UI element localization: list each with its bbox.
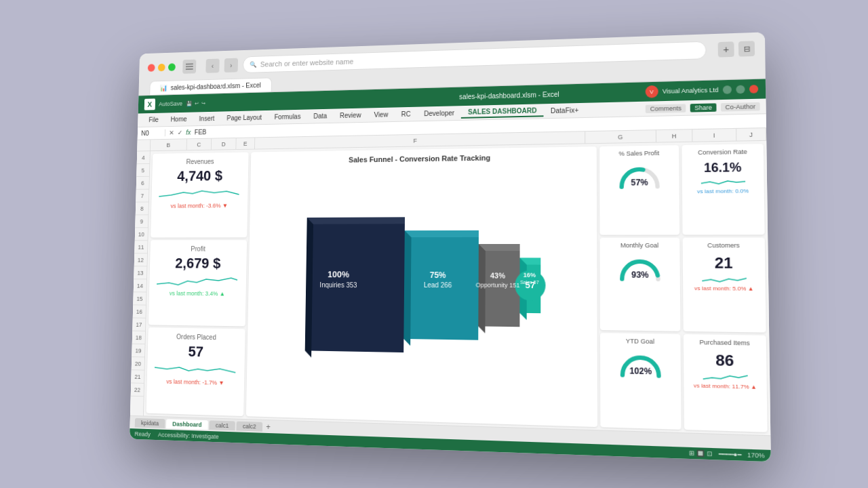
row-header-16: 16: [133, 305, 146, 318]
ribbon-tab-datafix[interactable]: DataFix+: [544, 105, 586, 116]
funnel-stage-3-side: [478, 243, 486, 333]
row-header-20: 20: [132, 357, 144, 371]
sidebar-toggle-icon[interactable]: [182, 60, 196, 74]
sheet-tab-calc2[interactable]: calc2: [236, 421, 262, 431]
ribbon-tab-review[interactable]: Review: [334, 110, 368, 121]
svg-rect-0: [186, 63, 193, 64]
metric-sales-profit: % Sales Profit 57%: [599, 145, 679, 235]
metrics-panel: % Sales Profit 57% Conversion Rate 16.1%: [597, 144, 768, 432]
kpi-profit-title: Profit: [157, 245, 239, 253]
row-header-21: 21: [131, 370, 144, 384]
share-btn[interactable]: Share: [690, 103, 717, 112]
kpi-revenues: Revenues 4,740 $ vs last month: -3.6% ▼: [151, 152, 249, 238]
row-header-6: 6: [136, 177, 149, 190]
excel-container: X AutoSave 💾↩↪ sales-kpi-dashboard.xlsm …: [130, 79, 771, 462]
ribbon-tab-formulas[interactable]: Formulas: [268, 111, 307, 122]
gauge-sales-profit: 57%: [614, 159, 664, 194]
ribbon-tab-rc[interactable]: RC: [395, 109, 418, 119]
close-button[interactable]: [148, 64, 155, 71]
kpi-revenues-title: Revenues: [159, 157, 241, 165]
metric-conversion-value: 16.1%: [704, 161, 742, 176]
funnel-svg: 57 100% Inquiries 353 75% Lead 266 43% O…: [292, 195, 548, 390]
autosave-label: AutoSave: [159, 100, 182, 107]
ribbon-tab-home[interactable]: Home: [164, 114, 193, 124]
close-excel-button[interactable]: [749, 85, 758, 94]
row-header-14: 14: [134, 279, 146, 292]
row-header-17: 17: [132, 318, 145, 331]
statusbar-right: ⊞ 🔲 ⊡ ━━━━●━ 170%: [688, 449, 764, 460]
kpi-orders-sparkline: [155, 362, 237, 377]
svg-rect-1: [186, 66, 193, 67]
kpi-revenues-sparkline: [159, 186, 240, 200]
metric-sales-profit-title: % Sales Profit: [618, 150, 659, 157]
excel-title-text: sales-kpi-dashboard.xlsm - Excel: [459, 91, 559, 101]
sparkline-conversion: [701, 177, 745, 186]
tab-manager-button[interactable]: ⊟: [738, 41, 755, 56]
ribbon-tab-data[interactable]: Data: [307, 111, 334, 121]
row-header-9: 9: [135, 215, 148, 228]
cell-reference: N0: [141, 129, 165, 137]
coauthor-btn[interactable]: Co-Author: [721, 102, 760, 111]
metric-customers-change: vs last month: 5.0% ▲: [694, 285, 754, 291]
metric-purchased-title: Purchased Items: [699, 339, 749, 347]
ribbon-tab-developer[interactable]: Developer: [417, 108, 461, 119]
svg-text:Inquiries 353: Inquiries 353: [319, 281, 357, 289]
restore-excel-button[interactable]: [736, 85, 745, 94]
metric-customers-title: Customers: [707, 241, 740, 249]
excel-body: 4 5 6 7 8 9 10 11 12 13 14 15 16 17 18 1…: [130, 128, 770, 435]
ribbon-tab-dashboard[interactable]: SALES DASHBOARD: [461, 105, 544, 119]
gauge-ytd-goal: 102%: [615, 347, 666, 384]
col-g: G: [585, 130, 656, 143]
back-button[interactable]: ‹: [205, 59, 219, 73]
sparkline-purchased: [703, 372, 747, 382]
excel-title-center: sales-kpi-dashboard.xlsm - Excel: [384, 88, 639, 102]
kpi-orders-change: vs last month: -1.7% ▼: [154, 378, 237, 387]
row-header-10: 10: [135, 228, 148, 241]
status-zoom-slider[interactable]: ━━━━●━: [718, 451, 741, 459]
funnel-stage-2-top: [405, 230, 479, 237]
sparkline-customers: [702, 274, 747, 283]
metric-ytd-goal: YTD Goal 102%: [600, 333, 682, 430]
browser-nav: ‹ ›: [205, 58, 238, 73]
kpi-profit-sparkline: [157, 274, 239, 288]
excel-title-left: X AutoSave 💾↩↪: [144, 93, 379, 110]
ribbon-tab-view[interactable]: View: [368, 109, 395, 119]
formula-content: FEB: [195, 129, 207, 136]
row-header-7: 7: [136, 190, 149, 203]
row-header-19: 19: [132, 344, 144, 358]
minimize-button[interactable]: [158, 64, 165, 71]
svg-text:75%: 75%: [430, 270, 446, 279]
browser-window: ‹ › 🔍 Search or enter website name + ⊟ 📊…: [130, 32, 771, 462]
add-sheet-button[interactable]: +: [264, 422, 273, 431]
funnel-stage-3-top: [479, 243, 520, 250]
svg-text:16%: 16%: [524, 271, 536, 279]
kpi-revenues-change: vs last month: -3.6% ▼: [159, 202, 240, 209]
ribbon-tab-pagelayout[interactable]: Page Layout: [220, 113, 268, 123]
traffic-lights: [148, 63, 176, 71]
funnel-container: 57 100% Inquiries 353 75% Lead 266 43% O…: [252, 166, 592, 422]
kpi-profit-change: vs last month: 3.4% ▲: [157, 290, 239, 298]
sheet-tab-dashboard[interactable]: Dashboard: [166, 419, 208, 430]
col-b: B: [151, 139, 187, 150]
sheet-tab-kpidata[interactable]: kpidata: [135, 418, 165, 428]
ribbon-tab-insert[interactable]: Insert: [193, 113, 220, 123]
row-header-13: 13: [134, 266, 146, 279]
svg-text:43%: 43%: [490, 270, 506, 279]
row-header-4: 4: [137, 151, 150, 164]
col-i: I: [692, 129, 736, 142]
sheet-tab-calc1[interactable]: calc1: [209, 420, 235, 430]
metric-customers-value: 21: [715, 253, 733, 272]
status-icons: ⊞ 🔲 ⊡: [688, 449, 712, 458]
maximize-button[interactable]: [168, 63, 176, 71]
minimize-excel-button[interactable]: [723, 85, 732, 94]
forward-button[interactable]: ›: [224, 58, 238, 73]
status-zoom-level: 170%: [747, 451, 765, 460]
address-text: Search or enter website name: [260, 58, 354, 68]
svg-text:Opportunity 151: Opportunity 151: [476, 281, 520, 289]
comments-btn[interactable]: Comments: [646, 104, 686, 113]
gauge-monthly-goal: 93%: [614, 251, 665, 286]
ribbon-tab-file[interactable]: File: [142, 115, 164, 125]
metric-monthly-goal: Monthly Goal 93%: [599, 237, 680, 331]
new-tab-button[interactable]: +: [718, 41, 734, 57]
dashboard-content: Revenues 4,740 $ vs last month: -3.6% ▼: [144, 141, 770, 435]
